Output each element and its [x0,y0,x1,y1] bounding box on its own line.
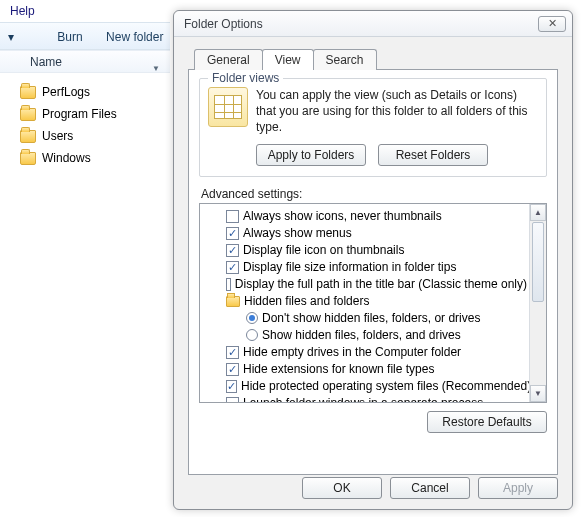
folder-icon [226,296,240,307]
checkbox[interactable] [226,244,239,257]
setting-row[interactable]: Hidden files and folders [206,293,527,310]
apply-to-folders-button[interactable]: Apply to Folders [256,144,366,166]
close-button[interactable]: ✕ [538,16,566,32]
setting-row[interactable]: Display the full path in the title bar (… [206,276,527,293]
advanced-settings-label: Advanced settings: [201,187,547,201]
setting-row[interactable]: Display file size information in folder … [206,259,527,276]
setting-label: Display file size information in folder … [243,260,456,274]
folder-views-group: Folder views You can apply the view (suc… [199,78,547,177]
scroll-up-button[interactable]: ▲ [530,204,546,221]
list-item[interactable]: Program Files [20,103,117,125]
setting-label: Hide empty drives in the Computer folder [243,345,461,359]
setting-row[interactable]: Show hidden files, folders, and drives [206,327,527,344]
dialog-titlebar[interactable]: Folder Options ✕ [174,11,572,37]
setting-row[interactable]: Launch folder windows in a separate proc… [206,395,527,402]
folder-icon [20,130,36,143]
setting-row[interactable]: Don't show hidden files, folders, or dri… [206,310,527,327]
setting-label: Always show menus [243,226,352,240]
checkbox[interactable] [226,380,237,393]
ok-button[interactable]: OK [302,477,382,499]
burn-button[interactable]: Burn [57,23,82,51]
setting-label: Launch folder windows in a separate proc… [243,396,483,402]
setting-row[interactable]: Hide protected operating system files (R… [206,378,527,395]
menu-help[interactable]: Help [10,4,35,18]
list-item[interactable]: Users [20,125,117,147]
setting-label: Display file icon on thumbnails [243,243,404,257]
tab-view[interactable]: View [262,49,314,70]
list-item-label: Users [42,129,73,143]
setting-row[interactable]: Hide empty drives in the Computer folder [206,344,527,361]
setting-label: Hide extensions for known file types [243,362,434,376]
folder-icon [20,86,36,99]
checkbox[interactable] [226,278,231,291]
folder-views-legend: Folder views [208,71,283,85]
radio[interactable] [246,312,258,324]
setting-label: Display the full path in the title bar (… [235,277,527,291]
folder-options-dialog: Folder Options ✕ General View Search Fol… [173,10,573,510]
setting-row[interactable]: Hide extensions for known file types [206,361,527,378]
explorer-toolbar: ▾ Burn New folder [0,22,170,50]
folder-icon [20,108,36,121]
list-item-label: PerfLogs [42,85,90,99]
list-item-label: Windows [42,151,91,165]
checkbox[interactable] [226,210,239,223]
setting-row[interactable]: Display file icon on thumbnails [206,242,527,259]
list-item[interactable]: Windows [20,147,117,169]
apply-button[interactable]: Apply [478,477,558,499]
column-header-name[interactable]: Name [0,51,170,73]
reset-folders-button[interactable]: Reset Folders [378,144,488,166]
cancel-button[interactable]: Cancel [390,477,470,499]
checkbox[interactable] [226,363,239,376]
checkbox[interactable] [226,346,239,359]
dialog-title: Folder Options [184,17,538,31]
file-pane: Name PerfLogsProgram FilesUsersWindows [0,50,170,517]
setting-label: Don't show hidden files, folders, or dri… [262,311,480,325]
toolbar-dropdown[interactable]: ▾ [8,23,14,51]
setting-row[interactable]: Always show icons, never thumbnails [206,208,527,225]
setting-row[interactable]: Always show menus [206,225,527,242]
list-item-label: Program Files [42,107,117,121]
checkbox[interactable] [226,397,239,402]
tab-strip: General View Search [194,45,558,69]
setting-label: Show hidden files, folders, and drives [262,328,461,342]
list-item[interactable]: PerfLogs [20,81,117,103]
tab-panel-view: Folder views You can apply the view (suc… [188,69,558,475]
setting-label: Hide protected operating system files (R… [241,379,529,393]
advanced-scrollbar[interactable]: ▲ ▼ [529,204,546,402]
setting-label: Always show icons, never thumbnails [243,209,442,223]
radio[interactable] [246,329,258,341]
checkbox[interactable] [226,227,239,240]
tab-search[interactable]: Search [313,49,377,70]
folder-views-text: You can apply the view (such as Details … [256,87,538,136]
close-icon: ✕ [548,18,557,29]
scroll-down-button[interactable]: ▼ [530,385,546,402]
restore-defaults-button[interactable]: Restore Defaults [427,411,547,433]
new-folder-button[interactable]: New folder [106,23,163,51]
folder-icon [20,152,36,165]
scroll-thumb[interactable] [532,222,544,302]
setting-label: Hidden files and folders [244,294,369,308]
advanced-settings-list: Always show icons, never thumbnailsAlway… [199,203,547,403]
folder-views-icon [208,87,248,127]
checkbox[interactable] [226,261,239,274]
tab-general[interactable]: General [194,49,263,70]
